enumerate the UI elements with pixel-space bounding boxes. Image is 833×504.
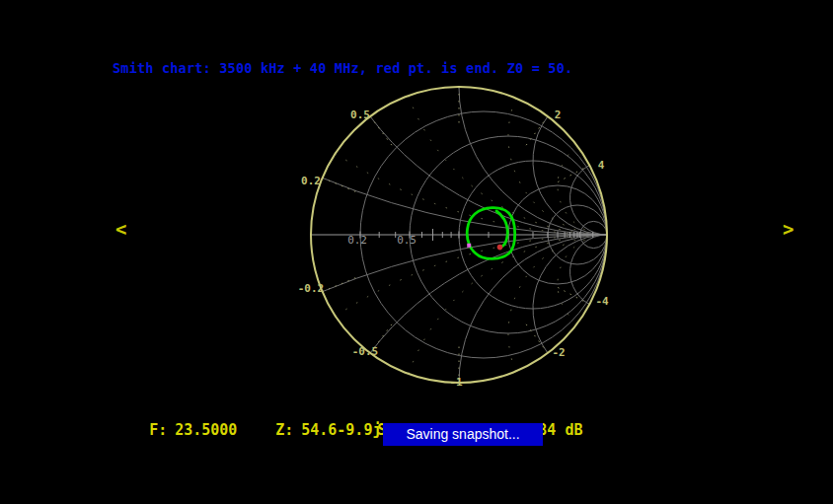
frequency-value: 23.5000 (175, 421, 237, 439)
reactance-label-neg2: -2 (552, 346, 565, 359)
frequency-label: F: (149, 421, 167, 439)
trace-end-point (497, 245, 503, 251)
reactance-label-4: 4 (598, 159, 605, 172)
reactance-label-neg0p2: -0.2 (298, 282, 325, 295)
reactance-label-neg0p5: -0.5 (352, 345, 379, 358)
measurement-trace (467, 208, 514, 259)
impedance-label: Z: (275, 421, 293, 439)
reactance-label-2: 2 (555, 108, 562, 121)
reactance-label-neg1: -1 (449, 376, 463, 389)
resistance-label-0p5: 0.5 (397, 234, 416, 247)
frequency-readout: F:23.5000 (114, 403, 237, 457)
saving-snapshot-toast: Saving snapshot... (383, 423, 543, 446)
cursor-marker[interactable] (467, 244, 471, 248)
resistance-label-0p2: 0.2 (347, 234, 367, 247)
app-screen: Smith chart: 3500 kHz + 40 MHz, red pt. … (0, 0, 833, 504)
reactance-label-0p2: 0.2 (301, 175, 321, 187)
reactance-label-neg4: -4 (595, 295, 609, 308)
reactance-label-0p5: 0.5 (350, 108, 370, 121)
